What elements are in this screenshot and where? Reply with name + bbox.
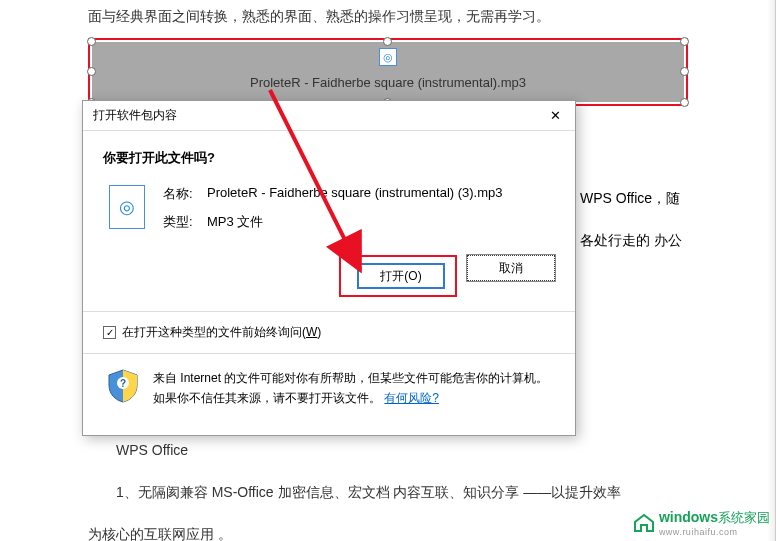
watermark-url: www.ruihaifu.com <box>659 527 770 537</box>
name-value: ProleteR - Faidherbe square (instrumenta… <box>207 185 503 203</box>
close-button[interactable]: ✕ <box>541 105 569 127</box>
shield-warning-icon: ? <box>107 368 139 404</box>
file-type-icon: ◎ <box>109 185 145 229</box>
intro-paragraph: 面与经典界面之间转换，熟悉的界面、熟悉的操作习惯呈现，无需再学习。 <box>88 2 688 30</box>
section-heading: WPS Office <box>116 436 688 464</box>
cancel-button[interactable]: 取消 <box>467 255 555 281</box>
watermark-brand: windows <box>659 509 718 525</box>
security-warning-text: 来自 Internet 的文件可能对你有所帮助，但某些文件可能危害你的计算机。如… <box>153 368 551 409</box>
name-label: 名称: <box>163 185 199 203</box>
dialog-title: 打开软件包内容 <box>93 107 541 124</box>
risk-link[interactable]: 有何风险? <box>384 391 439 405</box>
resize-handle[interactable] <box>87 37 96 46</box>
background-text: 各处行走的 办公 <box>580 232 682 250</box>
resize-handle[interactable] <box>680 98 689 107</box>
dialog-question: 你要打开此文件吗? <box>103 149 555 167</box>
open-button[interactable]: 打开(O) <box>357 263 445 289</box>
embedded-object-highlight: ◎ ProleteR - Faidherbe square (instrumen… <box>88 38 688 106</box>
mp3-file-icon: ◎ <box>379 48 397 66</box>
feature-bullet: 1、无隔阂兼容 MS-Office 加密信息、宏文档 内容互联、知识分享 ——以… <box>116 478 688 506</box>
resize-handle[interactable] <box>383 37 392 46</box>
resize-handle[interactable] <box>87 67 96 76</box>
open-button-highlight: 打开(O) <box>339 255 457 297</box>
watermark: windows系统家园 www.ruihaifu.com <box>633 509 770 537</box>
resize-handle[interactable] <box>680 67 689 76</box>
svg-text:?: ? <box>120 378 126 389</box>
embedded-mp3-object[interactable]: ◎ ProleteR - Faidherbe square (instrumen… <box>92 42 684 102</box>
background-text: WPS Office，随 <box>580 190 680 208</box>
resize-handle[interactable] <box>680 37 689 46</box>
watermark-logo-icon <box>633 513 655 533</box>
type-label: 类型: <box>163 213 199 231</box>
open-package-dialog: 打开软件包内容 ✕ 你要打开此文件吗? ◎ 名称: ProleteR - Fai… <box>82 100 576 436</box>
dialog-titlebar[interactable]: 打开软件包内容 ✕ <box>83 101 575 131</box>
embedded-filename: ProleteR - Faidherbe square (instrumenta… <box>250 70 526 96</box>
type-value: MP3 文件 <box>207 213 263 231</box>
feature-bullet-cont: 为核心的互联网应用 。 <box>88 520 688 541</box>
checkbox-label: 在打开这种类型的文件前始终询问(W) <box>122 324 321 341</box>
always-ask-checkbox[interactable]: ✓ <box>103 326 116 339</box>
